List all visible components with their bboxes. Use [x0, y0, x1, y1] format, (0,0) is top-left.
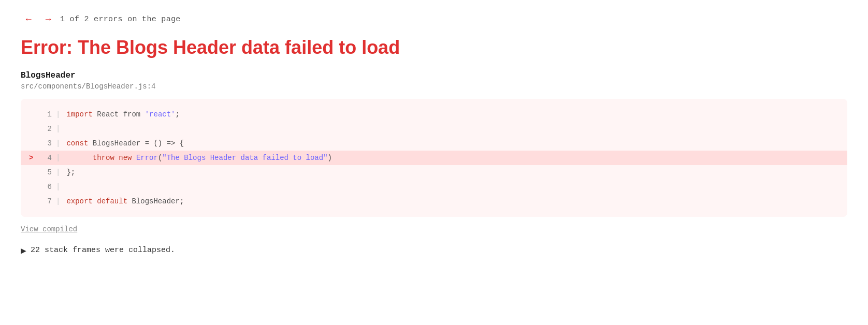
line-content-3: const BlogsHeader = () => { [66, 137, 184, 150]
line-indicator-1 [29, 108, 39, 121]
line-number-1: 1 [39, 108, 52, 121]
code-line-1: 1 | import React from 'react'; [21, 107, 847, 122]
code-line-3: 3 | const BlogsHeader = () => { [21, 136, 847, 151]
line-indicator-4: > [29, 152, 39, 165]
code-line-7: 7 | export default BlogsHeader; [21, 194, 847, 209]
line-sep-1: | [56, 108, 60, 121]
line-content-1: import React from 'react'; [66, 108, 179, 121]
line-number-5: 5 [39, 166, 52, 179]
stack-frames-toggle[interactable]: ▶ [21, 246, 26, 255]
line-sep-5: | [56, 166, 60, 179]
line-sep-7: | [56, 195, 60, 208]
line-number-4: 4 [39, 152, 52, 165]
line-sep-4: | [56, 152, 60, 165]
code-block: 1 | import React from 'react'; 2 | 3 | c… [21, 99, 847, 217]
prev-error-button[interactable]: ← [21, 12, 36, 26]
view-compiled-link[interactable]: View compiled [21, 225, 847, 233]
code-line-2: 2 | [21, 122, 847, 136]
line-number-3: 3 [39, 137, 52, 150]
line-indicator-6 [29, 181, 39, 194]
code-line-6: 6 | [21, 180, 847, 194]
line-content-4: throw new Error("The Blogs Header data f… [66, 152, 332, 165]
file-path: src/components/BlogsHeader.js:4 [21, 82, 847, 91]
line-indicator-2 [29, 123, 39, 136]
code-line-4: > 4 | throw new Error("The Blogs Header … [21, 151, 847, 165]
next-error-button[interactable]: → [40, 12, 56, 26]
error-title: Error: The Blogs Header data failed to l… [21, 36, 847, 58]
line-indicator-5 [29, 166, 39, 179]
nav-bar: ← → 1 of 2 errors on the page [21, 12, 847, 26]
line-sep-2: | [56, 123, 60, 136]
stack-frames-section: ▶ 22 stack frames were collapsed. [21, 246, 847, 255]
line-sep-3: | [56, 137, 60, 150]
line-number-2: 2 [39, 123, 52, 136]
code-line-5: 5 | }; [21, 165, 847, 180]
line-number-6: 6 [39, 181, 52, 194]
stack-frames-label: 22 stack frames were collapsed. [31, 246, 175, 255]
line-number-7: 7 [39, 195, 52, 208]
line-indicator-7 [29, 195, 39, 208]
line-content-7: export default BlogsHeader; [66, 195, 184, 208]
line-content-5: }; [66, 166, 75, 179]
line-sep-6: | [56, 181, 60, 194]
error-count-label: 1 of 2 errors on the page [60, 15, 181, 24]
component-name: BlogsHeader [21, 71, 847, 80]
line-indicator-3 [29, 137, 39, 150]
